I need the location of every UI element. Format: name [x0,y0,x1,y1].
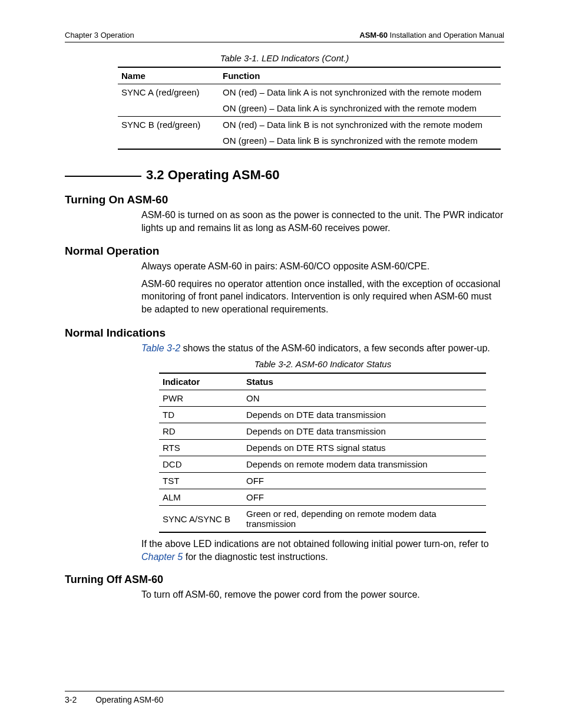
subsection-turning-on: Turning On ASM-60 [65,193,504,206]
table-row: ON (green) – Data link A is synchronized… [118,100,501,117]
footer-page-number: 3-2 [65,695,77,704]
table-row: SYNC A (red/green) ON (red) – Data link … [118,84,501,101]
table-row: DCDDepends on remote modem data transmis… [159,456,486,473]
subsection-normal-operation: Normal Operation [65,245,504,258]
table-row: SYNC B (red/green) ON (red) – Data link … [118,117,501,133]
table-row: TDDepends on DTE data transmission [159,407,486,423]
led-indicators-table: Name Function SYNC A (red/green) ON (red… [118,67,501,150]
body-text: If the above LED indications are not obt… [141,538,504,563]
heading-rule [65,175,141,177]
indicator-status-table: Indicator Status PWRON TDDepends on DTE … [159,373,486,533]
table-row: ALMOFF [159,489,486,506]
section-heading-row: 3.2 Operating ASM-60 [65,167,504,183]
col-indicator: Indicator [159,373,243,390]
subsection-normal-indications: Normal Indications [65,327,504,340]
page-header: Chapter 3 Operation ASM-60 Installation … [65,31,504,42]
table-row: RTSDepends on DTE RTS signal status [159,440,486,456]
header-right: ASM-60 Installation and Operation Manual [359,31,504,39]
section-heading: 3.2 Operating ASM-60 [146,167,280,183]
body-text: Table 3-2 shows the status of the ASM-60… [141,342,504,355]
table-row: RDDepends on DTE data transmission [159,423,486,440]
body-text: Always operate ASM-60 in pairs: ASM-60/C… [141,260,504,273]
table-1-caption: Table 3-1. LED Indicators (Cont.) [65,53,504,63]
footer-section: Operating ASM-60 [95,695,163,704]
table-row: PWRON [159,390,486,407]
table-row: SYNC A/SYNC BGreen or red, depending on … [159,506,486,533]
header-left: Chapter 3 Operation [65,31,134,39]
body-text: ASM-60 requires no operator attention on… [141,278,504,316]
page-footer: 3-2 Operating ASM-60 [65,691,504,704]
body-text: ASM-60 is turned on as soon as the power… [141,209,504,234]
col-function: Function [219,67,501,84]
link-table-3-2[interactable]: Table 3-2 [141,343,180,353]
link-chapter-5[interactable]: Chapter 5 [141,552,183,562]
body-text: To turn off ASM-60, remove the power cor… [141,588,504,601]
subsection-turning-off: Turning Off ASM-60 [65,574,504,586]
table-2-caption: Table 3-2. ASM-60 Indicator Status [141,359,504,369]
table-row: TSTOFF [159,473,486,489]
col-status: Status [243,373,486,390]
table-row: ON (green) – Data link B is synchronized… [118,133,501,149]
col-name: Name [118,67,219,84]
